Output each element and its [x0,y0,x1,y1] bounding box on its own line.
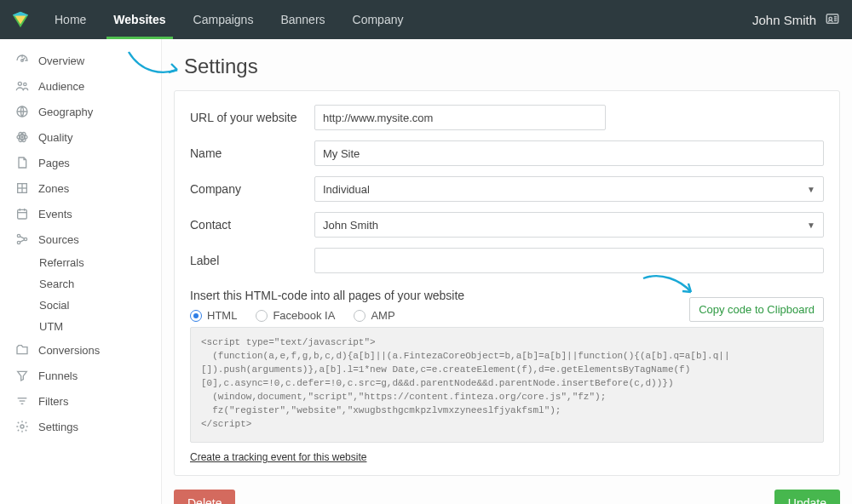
chevron-down-icon: ▼ [807,185,815,194]
sidebar-item-label: Settings [38,421,78,433]
contact-label: Contact [190,218,314,232]
sidebar-item-label: Quality [38,131,72,144]
label-label: Label [190,254,314,267]
nav-campaigns[interactable]: Campaigns [180,0,268,39]
radio-dot-icon [256,310,268,322]
user-badge-icon[interactable] [825,11,840,29]
sidebar-item-audience[interactable]: Audience [0,73,161,99]
copy-code-button[interactable]: Copy code to Clipboard [689,297,824,322]
chevron-down-icon: ▼ [807,220,815,230]
page-icon [15,156,29,169]
sidebar-item-conversions[interactable]: Conversions [0,337,161,363]
sidebar-item-events[interactable]: Events [0,201,161,226]
sidebar-sub-referrals[interactable]: Referrals [0,252,161,273]
update-button[interactable]: Update [774,490,840,504]
radio-facebook-ia[interactable]: Facebook IA [256,309,335,322]
radio-dot-icon [190,310,202,322]
main-content: Settings URL of your website Name Compan… [162,39,852,504]
funnel-icon [15,369,29,382]
folder-icon [15,343,29,357]
gear-icon [15,420,29,433]
svg-point-7 [24,83,26,85]
sidebar-item-label: Audience [38,80,84,93]
filter-lines-icon [15,394,29,408]
svg-rect-16 [18,209,27,219]
sidebar-item-label: Sources [38,233,79,246]
action-row: Delete Update [174,490,840,504]
app-logo [5,0,36,39]
svg-point-26 [20,425,24,428]
nav-websites[interactable]: Websites [100,0,179,39]
svg-point-6 [18,82,21,85]
sidebar-item-label: Filters [38,395,68,408]
url-input[interactable] [314,105,606,130]
sidebar-item-settings[interactable]: Settings [0,414,161,439]
name-label: Name [190,146,314,160]
sources-icon [15,232,29,246]
code-snippet[interactable]: <script type="text/javascript"> (functio… [190,327,824,443]
sidebar-item-label: Overview [38,54,84,67]
company-label: Company [190,182,314,196]
url-label: URL of your website [190,111,314,124]
nav-home[interactable]: Home [41,0,100,39]
radio-amp[interactable]: AMP [354,309,394,322]
create-tracking-event-link[interactable]: Create a tracking event for this website [190,451,366,463]
sidebar-sub-utm[interactable]: UTM [0,316,161,337]
sidebar-item-funnels[interactable]: Funnels [0,363,161,388]
sidebar-item-quality[interactable]: Quality [0,124,161,150]
code-format-tabs: HTML Facebook IA AMP [190,309,464,322]
sidebar-sub-social[interactable]: Social [0,295,161,316]
label-input[interactable] [314,248,824,273]
sidebar-item-label: Funnels [38,369,78,382]
gauge-icon [15,54,29,67]
page-title: Settings [162,39,852,90]
svg-point-12 [21,136,23,138]
contact-select[interactable]: John Smith ▼ [314,212,824,238]
sidebar-item-label: Geography [38,106,93,118]
nav-company[interactable]: Company [339,0,417,39]
name-input[interactable] [314,140,824,166]
sidebar-item-label: Conversions [38,344,100,357]
top-nav: Home Websites Campaigns Banners Company … [0,0,852,39]
radio-html[interactable]: HTML [190,309,237,322]
sidebar-item-label: Pages [38,157,70,169]
sidebar-item-overview[interactable]: Overview [0,48,161,73]
nav-links: Home Websites Campaigns Banners Company [41,0,417,39]
company-select[interactable]: Individual ▼ [314,176,824,202]
sidebar-sub-search[interactable]: Search [0,273,161,295]
code-heading: Insert this HTML-code into all pages of … [190,289,464,302]
people-icon [15,79,29,93]
sidebar-item-geography[interactable]: Geography [0,99,161,124]
sidebar-item-label: Zones [38,182,69,195]
nav-banners[interactable]: Banners [267,0,338,39]
delete-button[interactable]: Delete [174,490,235,504]
sidebar-item-label: Events [38,208,72,220]
current-user-name[interactable]: John Smith [752,13,816,27]
sidebar-item-filters[interactable]: Filters [0,388,161,414]
sidebar-item-pages[interactable]: Pages [0,150,161,175]
radio-dot-icon [354,310,366,322]
code-section: Insert this HTML-code into all pages of … [190,289,824,463]
globe-icon [15,105,29,118]
calendar-icon [15,207,29,220]
sidebar: Overview Audience Geography Quality Page… [0,39,162,504]
sidebar-item-zones[interactable]: Zones [0,175,161,201]
grid-icon [15,181,29,195]
settings-card: URL of your website Name Company Individ… [174,90,840,476]
atom-icon [15,130,29,144]
sidebar-item-sources[interactable]: Sources [0,226,161,252]
